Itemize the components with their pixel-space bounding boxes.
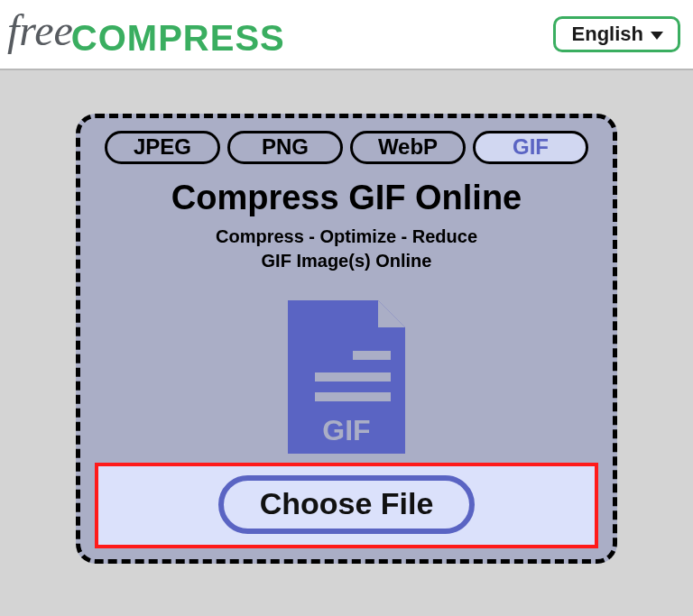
tab-jpeg[interactable]: JPEG xyxy=(105,131,220,164)
language-label: English xyxy=(572,23,643,46)
choose-file-highlight: Choose File xyxy=(95,463,598,548)
caret-down-icon xyxy=(651,32,663,40)
file-icon-badge: GIF xyxy=(322,414,370,446)
language-selector[interactable]: English xyxy=(553,16,680,52)
logo-text-compress: COMPRESS xyxy=(71,20,285,56)
format-tabs: JPEG PNG WebP GIF xyxy=(95,131,598,164)
logo-text-free: free xyxy=(7,9,73,52)
tab-gif[interactable]: GIF xyxy=(473,131,588,164)
dropzone-panel[interactable]: JPEG PNG WebP GIF Compress GIF Online Co… xyxy=(76,114,617,564)
file-gif-icon: GIF xyxy=(288,300,405,454)
header-bar: free COMPRESS English xyxy=(0,0,693,70)
logo[interactable]: free COMPRESS xyxy=(7,13,285,56)
choose-file-button[interactable]: Choose File xyxy=(218,475,476,534)
page-subtitle: Compress - Optimize - Reduce GIF Image(s… xyxy=(216,225,477,273)
tab-webp[interactable]: WebP xyxy=(350,131,466,164)
svg-rect-0 xyxy=(353,351,391,360)
svg-rect-2 xyxy=(315,392,391,401)
svg-rect-1 xyxy=(315,372,391,382)
workspace: JPEG PNG WebP GIF Compress GIF Online Co… xyxy=(0,70,693,564)
subtitle-line2: GIF Image(s) Online xyxy=(262,251,432,271)
subtitle-line1: Compress - Optimize - Reduce xyxy=(216,226,477,246)
tab-png[interactable]: PNG xyxy=(227,131,343,164)
page-title: Compress GIF Online xyxy=(171,179,522,217)
